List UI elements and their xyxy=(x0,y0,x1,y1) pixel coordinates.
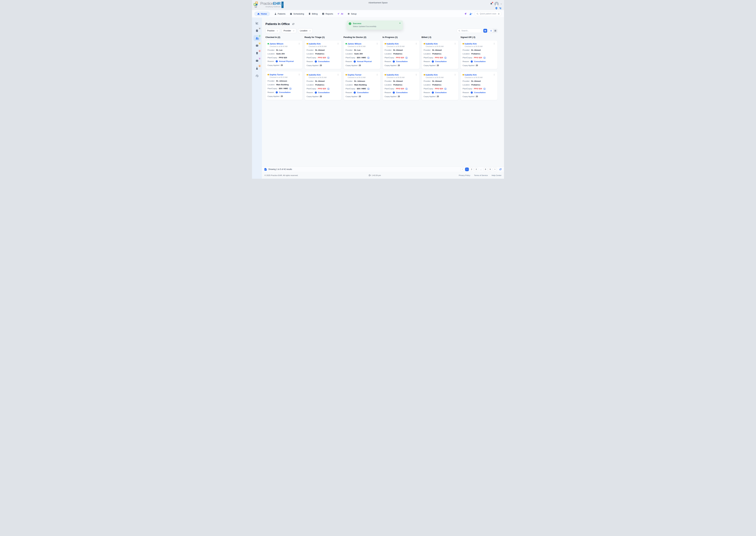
patient-name-link[interactable]: James Wilson xyxy=(270,43,283,45)
user-avatar[interactable] xyxy=(494,2,499,6)
patient-card[interactable]: Isabella Kim Checked in at 09:35 AM Prov… xyxy=(421,71,459,100)
patient-card[interactable]: Isabella Kim Checked in at 09:35 AM Prov… xyxy=(305,40,342,69)
card-menu-kebab-icon[interactable] xyxy=(454,43,456,45)
sidebar-item-claims[interactable]: 4 xyxy=(253,43,261,49)
user-menu-chevron-icon[interactable] xyxy=(500,3,502,5)
plan-copay-value: PPO/ $20 xyxy=(474,57,482,59)
pagination-next-button[interactable] xyxy=(493,168,497,171)
wifi-off-icon[interactable] xyxy=(499,7,502,10)
eligibility-card-icon[interactable] xyxy=(289,87,292,90)
location-value: Pediatrics xyxy=(432,84,441,86)
nav-item-patients[interactable]: Patients xyxy=(274,13,286,15)
sidebar-item-patients[interactable]: 3 xyxy=(253,35,261,41)
card-menu-kebab-icon[interactable] xyxy=(454,74,456,76)
patient-card[interactable]: Isabella Kim Checked in at 09:35 AM Prov… xyxy=(460,40,498,69)
pagination-page-button[interactable]: 8 xyxy=(484,168,487,171)
patient-card[interactable]: Isabella Kim Checked in at 09:35 AM Prov… xyxy=(382,40,420,69)
card-menu-kebab-icon[interactable] xyxy=(337,74,340,76)
provider-filter-dropdown[interactable]: Provider xyxy=(282,28,296,33)
patient-name-link[interactable]: Isabella Kim xyxy=(425,74,438,76)
patient-name-link[interactable]: Isabella Kim xyxy=(386,74,399,76)
patient-name-link[interactable]: Isabella Kim xyxy=(425,43,438,45)
patient-card[interactable]: James Wilson Checked in at 08:42 AM Prov… xyxy=(266,40,303,69)
kanban-columns-button[interactable] xyxy=(483,29,487,33)
brand-logo[interactable]: PracticeEHR Simplifying Healthcare Pro xyxy=(254,2,283,8)
plan-copay-value: PPO/ $20 xyxy=(318,88,326,90)
pagination-prev-button[interactable] xyxy=(460,168,464,171)
nav-item-home[interactable]: Home xyxy=(254,12,270,16)
eligibility-card-icon[interactable] xyxy=(483,57,486,59)
patient-card[interactable]: Isabella Kim Checked in at 09:35 AM Prov… xyxy=(421,40,459,69)
patient-card[interactable]: Isabella Kim Checked in at 09:35 AM Prov… xyxy=(305,71,342,100)
card-menu-kebab-icon[interactable] xyxy=(298,74,301,76)
card-menu-kebab-icon[interactable] xyxy=(493,43,495,45)
eligibility-card-icon[interactable] xyxy=(327,88,330,90)
sidebar-item-billing[interactable]: $ 8 xyxy=(253,50,261,56)
board-search-input[interactable] xyxy=(461,30,480,32)
notifications-bell-icon[interactable] xyxy=(490,2,493,6)
card-menu-kebab-icon[interactable] xyxy=(493,74,495,76)
sidebar-item-labs[interactable]: 6 xyxy=(253,65,261,71)
pagination-page-button[interactable]: 2 xyxy=(470,168,473,171)
nav-item-billing[interactable]: $ Billing xyxy=(308,13,318,15)
pagination-page-button[interactable]: 9 xyxy=(488,168,492,171)
card-menu-kebab-icon[interactable] xyxy=(376,74,378,76)
add-patient-icon[interactable] xyxy=(469,13,472,15)
practice-filter-dropdown[interactable]: Practice xyxy=(266,28,280,33)
patient-name-link[interactable]: Isabella Kim xyxy=(308,43,321,45)
card-menu-kebab-icon[interactable] xyxy=(298,43,301,45)
nav-item-ai[interactable]: AI xyxy=(337,13,343,15)
patient-card[interactable]: Sophia Turner Checked in at 09:10 AM Pro… xyxy=(266,71,303,100)
patient-name-link[interactable]: Isabella Kim xyxy=(464,43,477,45)
board-refresh-icon[interactable] xyxy=(499,168,502,171)
pagination-page-button[interactable]: 1 xyxy=(465,168,469,171)
reason-value: Consultation xyxy=(279,91,291,93)
eligibility-card-icon[interactable] xyxy=(367,57,370,59)
nav-item-setup[interactable]: Setup xyxy=(347,13,357,15)
nav-item-scheduling[interactable]: Scheduling xyxy=(290,13,304,15)
reason-label: Reason: xyxy=(306,91,313,94)
ai-assist-sparkle-icon[interactable] xyxy=(464,12,467,15)
patient-name-link[interactable]: James Wilson xyxy=(347,43,361,45)
eligibility-card-icon[interactable] xyxy=(367,88,370,90)
nav-item-reports[interactable]: Reports xyxy=(322,13,333,15)
patient-card[interactable]: Isabella Kim Checked in at 09:35 AM Prov… xyxy=(382,71,420,100)
sidebar-item-messages[interactable]: 2 xyxy=(253,58,261,63)
export-excel-icon[interactable]: x xyxy=(264,168,267,171)
eligibility-card-icon[interactable] xyxy=(444,88,447,90)
card-menu-kebab-icon[interactable] xyxy=(376,43,378,45)
help-center-link[interactable]: Help Center xyxy=(492,174,501,176)
pagination-page-button[interactable]: 3 xyxy=(474,168,478,171)
patient-name-link[interactable]: Sophia Turner xyxy=(347,74,361,76)
patient-name-link[interactable]: Sophia Turner xyxy=(270,74,283,76)
card-menu-kebab-icon[interactable] xyxy=(415,74,417,76)
page-refresh-icon[interactable] xyxy=(292,23,295,25)
search-filter-sliders-icon[interactable] xyxy=(498,13,500,15)
eligibility-card-icon[interactable] xyxy=(327,57,330,59)
sidebar-item-tasks[interactable]: 4 xyxy=(253,28,261,33)
left-sidebar: 4 3 4 $ 8 2 6 xyxy=(252,17,262,179)
sidebar-item-analytics[interactable] xyxy=(253,20,261,26)
grid-view-button[interactable] xyxy=(493,29,497,33)
toast-close-icon[interactable]: ✕ xyxy=(399,22,401,24)
terms-of-service-link[interactable]: Terms of Service xyxy=(474,174,488,176)
patient-card[interactable]: Isabella Kim Checked in at 09:35 AM Prov… xyxy=(460,71,498,100)
patient-name-link[interactable]: Isabella Kim xyxy=(464,74,477,76)
eligibility-card-icon[interactable] xyxy=(444,57,447,59)
card-menu-kebab-icon[interactable] xyxy=(337,43,340,45)
location-filter-dropdown[interactable]: Location xyxy=(298,28,313,33)
patient-name-link[interactable]: Isabella Kim xyxy=(308,74,321,76)
privacy-policy-link[interactable]: Privacy Policy xyxy=(459,174,470,176)
patient-card[interactable]: James Wilson Checked in at 08:42 AM Prov… xyxy=(343,40,380,69)
patient-card[interactable]: Sophia Turner Checked in at 09:10 AM Pro… xyxy=(343,71,380,100)
sidebar-item-support[interactable] xyxy=(253,73,261,79)
eligibility-card-icon[interactable] xyxy=(405,57,408,59)
patient-name-link[interactable]: Isabella Kim xyxy=(386,43,399,45)
eligibility-card-icon[interactable] xyxy=(405,88,408,90)
list-view-button[interactable] xyxy=(489,29,493,33)
eligibility-card-icon[interactable] xyxy=(483,88,486,90)
quick-patient-search-input[interactable] xyxy=(480,13,496,15)
copay-applied-label: Copay Applied xyxy=(424,64,436,67)
location-user-icon[interactable] xyxy=(495,7,498,10)
card-menu-kebab-icon[interactable] xyxy=(415,43,417,45)
